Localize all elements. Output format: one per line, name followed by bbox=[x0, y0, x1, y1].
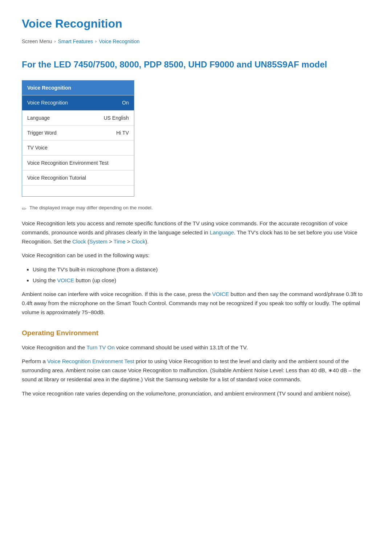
menu-value-voice-recognition: On bbox=[122, 99, 129, 107]
menu-row-tv-voice[interactable]: TV Voice bbox=[22, 140, 134, 155]
op-para-2: Perform a Voice Recognition Environment … bbox=[22, 357, 370, 384]
menu-label-tutorial: Voice Recognition Tutorial bbox=[27, 174, 86, 182]
usage-list: Using the TV's built-in microphone (from… bbox=[33, 265, 370, 285]
link-voice-button2[interactable]: VOICE bbox=[212, 291, 229, 297]
link-time[interactable]: Time bbox=[114, 238, 126, 245]
menu-label-language: Language bbox=[27, 114, 50, 122]
page-title: Voice Recognition bbox=[22, 15, 370, 33]
menu-row-trigger-word[interactable]: Trigger Word Hi TV bbox=[22, 125, 134, 140]
link-turn-tv-on[interactable]: Turn TV On bbox=[86, 344, 115, 350]
pencil-icon: ✏ bbox=[22, 204, 26, 214]
op-para-1: Voice Recognition and the Turn TV On voi… bbox=[22, 343, 370, 352]
link-clock[interactable]: Clock bbox=[72, 238, 86, 245]
link-clock2[interactable]: Clock bbox=[132, 238, 146, 245]
breadcrumb-smart-features[interactable]: Smart Features bbox=[58, 37, 93, 45]
breadcrumb-voice-recognition[interactable]: Voice Recognition bbox=[99, 37, 139, 45]
list-item-2: Using the VOICE button (up close) bbox=[33, 276, 370, 285]
ambient-para: Ambient noise can interfere with voice r… bbox=[22, 290, 370, 317]
section-subtitle: For the LED 7450/7500, 8000, PDP 8500, U… bbox=[22, 59, 370, 70]
breadcrumb: Screen Menu › Smart Features › Voice Rec… bbox=[22, 37, 370, 45]
menu-header: Voice Recognition bbox=[22, 81, 134, 95]
voice-recognition-menu: Voice Recognition Voice Recognition On L… bbox=[22, 80, 134, 197]
menu-label-trigger-word: Trigger Word bbox=[27, 129, 57, 137]
menu-label-voice-recognition: Voice Recognition bbox=[27, 99, 68, 107]
menu-value-trigger-word: Hi TV bbox=[116, 129, 129, 137]
list-item-1: Using the TV's built-in microphone (from… bbox=[33, 265, 370, 274]
menu-row-language[interactable]: Language US English bbox=[22, 110, 134, 125]
menu-row-tutorial[interactable]: Voice Recognition Tutorial bbox=[22, 170, 134, 185]
menu-label-tv-voice: TV Voice bbox=[27, 144, 48, 152]
body-para-1: Voice Recognition lets you access and re… bbox=[22, 219, 370, 246]
link-voice-button[interactable]: VOICE bbox=[57, 277, 74, 283]
menu-spacer bbox=[22, 185, 134, 196]
link-env-test[interactable]: Voice Recognition Environment Test bbox=[47, 358, 134, 364]
breadcrumb-sep-2: › bbox=[95, 38, 97, 45]
body-para-2: Voice Recognition can be used in the fol… bbox=[22, 251, 370, 260]
breadcrumb-screen-menu: Screen Menu bbox=[22, 37, 52, 45]
section-title-operating-env: Operating Environment bbox=[22, 328, 370, 338]
link-system[interactable]: System bbox=[89, 238, 107, 245]
breadcrumb-sep-1: › bbox=[54, 38, 56, 45]
menu-row-voice-recognition[interactable]: Voice Recognition On bbox=[22, 95, 134, 110]
menu-label-env-test: Voice Recognition Environment Test bbox=[27, 159, 109, 167]
note-text: The displayed image may differ depending… bbox=[29, 204, 153, 212]
op-para-3: The voice recognition rate varies depend… bbox=[22, 389, 370, 398]
note-row: ✏ The displayed image may differ dependi… bbox=[22, 204, 370, 214]
link-language[interactable]: Language bbox=[210, 229, 234, 235]
menu-value-language: US English bbox=[104, 114, 129, 122]
menu-row-env-test[interactable]: Voice Recognition Environment Test bbox=[22, 155, 134, 170]
